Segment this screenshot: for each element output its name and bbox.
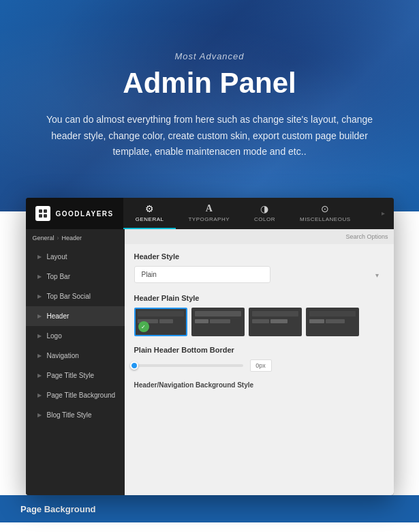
logo-text: GOODLAYERS: [56, 210, 114, 218]
tab-misc-label: MISCELLANEOUS: [300, 216, 351, 222]
typography-icon: A: [206, 203, 213, 214]
select-arrow-icon: ▾: [375, 271, 379, 278]
sidebar-label-navigation: Navigation: [47, 352, 79, 359]
breadcrumb-separator: ›: [57, 235, 59, 241]
admin-sidebar: General › Header ▶ Layout ▶ Top Bar ▶ To…: [26, 229, 125, 495]
sidebar-label-logo: Logo: [47, 332, 62, 340]
svg-rect-1: [44, 209, 47, 213]
arrow-icon: ▶: [37, 392, 42, 398]
tab-color[interactable]: ◑ COLOR: [242, 198, 288, 229]
sidebar-label-page-title-bg: Page Title Background: [47, 391, 116, 399]
hero-section: Most Advanced Admin Panel You can do alm…: [0, 0, 419, 211]
tab-extra: ▸: [373, 198, 394, 229]
header-style-select[interactable]: Plain Boxed Sticky: [134, 266, 270, 283]
sidebar-item-navigation[interactable]: ▶ Navigation: [26, 346, 125, 366]
header-style-thumb-1[interactable]: ✓: [134, 308, 187, 336]
nav-bg-label: Header/Navigation Background Style: [134, 381, 384, 389]
admin-tabs: ⚙ GENERAL A TYPOGRAPHY ◑ COLOR ⊙ MISCELL…: [123, 198, 373, 229]
svg-rect-3: [44, 214, 47, 218]
bottom-stripe: Page Background: [0, 495, 419, 522]
hero-description: You can do almost everything from here s…: [46, 112, 373, 160]
arrow-icon: ▶: [37, 313, 42, 319]
sidebar-item-header[interactable]: ▶ Header: [26, 306, 125, 326]
misc-icon: ⊙: [321, 203, 329, 214]
sidebar-label-header: Header: [47, 312, 69, 320]
slider-value: 0px: [250, 359, 272, 372]
breadcrumb-header: Header: [62, 235, 82, 241]
admin-logo: GOODLAYERS: [26, 198, 123, 229]
arrow-icon: ▶: [37, 412, 42, 418]
slider-track[interactable]: [134, 364, 243, 367]
search-options-bar: Search Options: [125, 229, 394, 244]
general-icon: ⚙: [145, 203, 154, 214]
tab-typography-label: TYPOGRAPHY: [188, 216, 230, 222]
admin-panel: GOODLAYERS ⚙ GENERAL A TYPOGRAPHY ◑ COLO…: [26, 198, 394, 495]
arrow-icon: ▶: [37, 353, 42, 359]
slider-thumb[interactable]: [130, 361, 138, 370]
admin-topbar: GOODLAYERS ⚙ GENERAL A TYPOGRAPHY ◑ COLO…: [26, 198, 394, 229]
hero-title: Admin Panel: [123, 67, 296, 100]
arrow-icon: ▶: [37, 293, 42, 299]
arrow-icon: ▶: [37, 372, 42, 379]
sidebar-label-page-title-style: Page Title Style: [47, 372, 94, 379]
main-inner: Header Style Plain Boxed Sticky ▾ Header…: [125, 244, 394, 491]
arrow-icon: ▶: [37, 274, 42, 280]
sidebar-label-topbar-social: Top Bar Social: [47, 293, 91, 300]
sidebar-item-page-title-bg[interactable]: ▶ Page Title Background: [26, 385, 125, 405]
breadcrumb: General › Header: [26, 229, 125, 247]
admin-content: General › Header ▶ Layout ▶ Top Bar ▶ To…: [26, 229, 394, 495]
sidebar-item-layout[interactable]: ▶ Layout: [26, 247, 125, 267]
sidebar-label-blog-title-style: Blog Title Style: [47, 411, 92, 419]
plain-header-border-label: Plain Header Bottom Border: [134, 346, 384, 354]
tab-typography[interactable]: A TYPOGRAPHY: [176, 198, 242, 229]
sidebar-item-page-title-style[interactable]: ▶ Page Title Style: [26, 366, 125, 385]
check-badge: ✓: [138, 321, 149, 332]
sidebar-item-topbar[interactable]: ▶ Top Bar: [26, 267, 125, 286]
search-options-label: Search Options: [345, 233, 388, 240]
tab-general-label: GENERAL: [136, 216, 164, 222]
color-icon: ◑: [260, 203, 268, 214]
header-style-thumb-2[interactable]: [191, 308, 245, 336]
header-style-options: ✓: [134, 308, 384, 336]
header-style-thumb-3[interactable]: [249, 308, 302, 336]
tab-miscellaneous[interactable]: ⊙ MISCELLANEOUS: [288, 198, 363, 229]
header-style-thumb-4[interactable]: [306, 308, 359, 336]
header-plain-style-label: Header Plain Style: [134, 294, 384, 302]
arrow-icon: ▶: [37, 254, 42, 260]
logo-icon: [35, 206, 50, 221]
sidebar-item-logo[interactable]: ▶ Logo: [26, 326, 125, 346]
sidebar-item-topbar-social[interactable]: ▶ Top Bar Social: [26, 286, 125, 306]
sidebar-item-blog-title-style[interactable]: ▶ Blog Title Style: [26, 405, 125, 425]
header-style-select-wrapper: Plain Boxed Sticky ▾: [134, 266, 384, 283]
admin-main: Search Options Header Style Plain Boxed …: [125, 229, 394, 495]
sidebar-label-topbar: Top Bar: [47, 273, 70, 280]
tab-color-label: COLOR: [254, 216, 275, 222]
svg-rect-0: [39, 209, 42, 213]
hero-subtitle: Most Advanced: [174, 51, 244, 61]
page-background-label: Page Background: [20, 504, 96, 514]
svg-rect-2: [39, 214, 42, 218]
arrow-icon: ▶: [37, 333, 42, 339]
slider-row: 0px: [134, 359, 384, 372]
tab-general[interactable]: ⚙ GENERAL: [123, 198, 176, 229]
breadcrumb-general: General: [33, 235, 55, 241]
sidebar-label-layout: Layout: [47, 253, 67, 261]
header-style-label: Header Style: [134, 252, 384, 261]
